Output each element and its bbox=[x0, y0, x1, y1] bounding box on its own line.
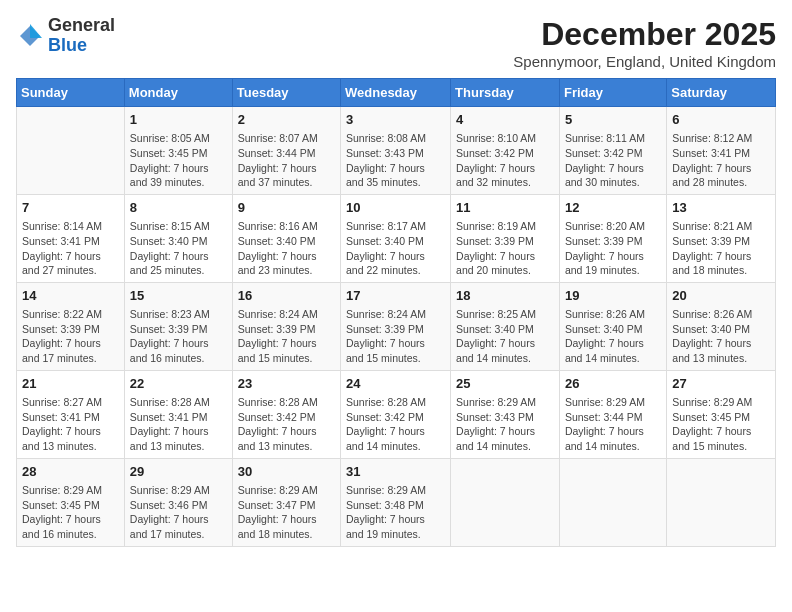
day-info: Sunrise: 8:28 AMSunset: 3:41 PMDaylight:… bbox=[130, 395, 227, 454]
location: Spennymoor, England, United Kingdom bbox=[513, 53, 776, 70]
logo-text: General Blue bbox=[48, 16, 115, 56]
day-info: Sunrise: 8:05 AMSunset: 3:45 PMDaylight:… bbox=[130, 131, 227, 190]
calendar-cell: 28Sunrise: 8:29 AMSunset: 3:45 PMDayligh… bbox=[17, 458, 125, 546]
day-number: 17 bbox=[346, 287, 445, 305]
day-number: 4 bbox=[456, 111, 554, 129]
day-info: Sunrise: 8:29 AMSunset: 3:48 PMDaylight:… bbox=[346, 483, 445, 542]
calendar-cell: 20Sunrise: 8:26 AMSunset: 3:40 PMDayligh… bbox=[667, 282, 776, 370]
day-header-sunday: Sunday bbox=[17, 79, 125, 107]
calendar-cell bbox=[559, 458, 666, 546]
calendar-body: 1Sunrise: 8:05 AMSunset: 3:45 PMDaylight… bbox=[17, 107, 776, 547]
calendar-cell: 18Sunrise: 8:25 AMSunset: 3:40 PMDayligh… bbox=[451, 282, 560, 370]
calendar-cell: 15Sunrise: 8:23 AMSunset: 3:39 PMDayligh… bbox=[124, 282, 232, 370]
day-info: Sunrise: 8:15 AMSunset: 3:40 PMDaylight:… bbox=[130, 219, 227, 278]
day-info: Sunrise: 8:29 AMSunset: 3:47 PMDaylight:… bbox=[238, 483, 335, 542]
calendar-cell: 11Sunrise: 8:19 AMSunset: 3:39 PMDayligh… bbox=[451, 194, 560, 282]
week-row-0: 1Sunrise: 8:05 AMSunset: 3:45 PMDaylight… bbox=[17, 107, 776, 195]
calendar-cell: 14Sunrise: 8:22 AMSunset: 3:39 PMDayligh… bbox=[17, 282, 125, 370]
day-info: Sunrise: 8:29 AMSunset: 3:44 PMDaylight:… bbox=[565, 395, 661, 454]
calendar-cell: 29Sunrise: 8:29 AMSunset: 3:46 PMDayligh… bbox=[124, 458, 232, 546]
day-info: Sunrise: 8:27 AMSunset: 3:41 PMDaylight:… bbox=[22, 395, 119, 454]
day-info: Sunrise: 8:22 AMSunset: 3:39 PMDaylight:… bbox=[22, 307, 119, 366]
day-number: 24 bbox=[346, 375, 445, 393]
calendar-header: SundayMondayTuesdayWednesdayThursdayFrid… bbox=[17, 79, 776, 107]
calendar-cell: 3Sunrise: 8:08 AMSunset: 3:43 PMDaylight… bbox=[341, 107, 451, 195]
day-number: 5 bbox=[565, 111, 661, 129]
day-number: 16 bbox=[238, 287, 335, 305]
calendar-cell: 12Sunrise: 8:20 AMSunset: 3:39 PMDayligh… bbox=[559, 194, 666, 282]
day-number: 10 bbox=[346, 199, 445, 217]
day-info: Sunrise: 8:28 AMSunset: 3:42 PMDaylight:… bbox=[238, 395, 335, 454]
day-number: 6 bbox=[672, 111, 770, 129]
day-info: Sunrise: 8:19 AMSunset: 3:39 PMDaylight:… bbox=[456, 219, 554, 278]
week-row-3: 21Sunrise: 8:27 AMSunset: 3:41 PMDayligh… bbox=[17, 370, 776, 458]
calendar-cell: 8Sunrise: 8:15 AMSunset: 3:40 PMDaylight… bbox=[124, 194, 232, 282]
day-info: Sunrise: 8:20 AMSunset: 3:39 PMDaylight:… bbox=[565, 219, 661, 278]
day-header-wednesday: Wednesday bbox=[341, 79, 451, 107]
day-number: 13 bbox=[672, 199, 770, 217]
calendar-cell: 16Sunrise: 8:24 AMSunset: 3:39 PMDayligh… bbox=[232, 282, 340, 370]
week-row-1: 7Sunrise: 8:14 AMSunset: 3:41 PMDaylight… bbox=[17, 194, 776, 282]
logo-general: General bbox=[48, 15, 115, 35]
day-number: 9 bbox=[238, 199, 335, 217]
week-row-4: 28Sunrise: 8:29 AMSunset: 3:45 PMDayligh… bbox=[17, 458, 776, 546]
day-info: Sunrise: 8:26 AMSunset: 3:40 PMDaylight:… bbox=[672, 307, 770, 366]
day-number: 28 bbox=[22, 463, 119, 481]
day-info: Sunrise: 8:08 AMSunset: 3:43 PMDaylight:… bbox=[346, 131, 445, 190]
logo-blue: Blue bbox=[48, 35, 87, 55]
day-header-monday: Monday bbox=[124, 79, 232, 107]
logo: General Blue bbox=[16, 16, 115, 56]
calendar-cell bbox=[667, 458, 776, 546]
day-number: 12 bbox=[565, 199, 661, 217]
calendar-cell bbox=[451, 458, 560, 546]
calendar-cell: 27Sunrise: 8:29 AMSunset: 3:45 PMDayligh… bbox=[667, 370, 776, 458]
calendar-cell: 24Sunrise: 8:28 AMSunset: 3:42 PMDayligh… bbox=[341, 370, 451, 458]
day-info: Sunrise: 8:26 AMSunset: 3:40 PMDaylight:… bbox=[565, 307, 661, 366]
calendar-cell: 5Sunrise: 8:11 AMSunset: 3:42 PMDaylight… bbox=[559, 107, 666, 195]
calendar-cell: 30Sunrise: 8:29 AMSunset: 3:47 PMDayligh… bbox=[232, 458, 340, 546]
title-area: December 2025 Spennymoor, England, Unite… bbox=[513, 16, 776, 70]
day-number: 18 bbox=[456, 287, 554, 305]
header: General Blue December 2025 Spennymoor, E… bbox=[16, 16, 776, 70]
calendar-cell: 2Sunrise: 8:07 AMSunset: 3:44 PMDaylight… bbox=[232, 107, 340, 195]
day-header-tuesday: Tuesday bbox=[232, 79, 340, 107]
day-number: 29 bbox=[130, 463, 227, 481]
calendar-cell: 19Sunrise: 8:26 AMSunset: 3:40 PMDayligh… bbox=[559, 282, 666, 370]
calendar-cell: 6Sunrise: 8:12 AMSunset: 3:41 PMDaylight… bbox=[667, 107, 776, 195]
day-number: 21 bbox=[22, 375, 119, 393]
logo-icon bbox=[16, 22, 44, 50]
day-info: Sunrise: 8:11 AMSunset: 3:42 PMDaylight:… bbox=[565, 131, 661, 190]
day-info: Sunrise: 8:23 AMSunset: 3:39 PMDaylight:… bbox=[130, 307, 227, 366]
day-number: 25 bbox=[456, 375, 554, 393]
calendar-cell: 31Sunrise: 8:29 AMSunset: 3:48 PMDayligh… bbox=[341, 458, 451, 546]
day-number: 27 bbox=[672, 375, 770, 393]
day-number: 2 bbox=[238, 111, 335, 129]
calendar-cell: 10Sunrise: 8:17 AMSunset: 3:40 PMDayligh… bbox=[341, 194, 451, 282]
day-number: 11 bbox=[456, 199, 554, 217]
day-number: 3 bbox=[346, 111, 445, 129]
day-header-row: SundayMondayTuesdayWednesdayThursdayFrid… bbox=[17, 79, 776, 107]
week-row-2: 14Sunrise: 8:22 AMSunset: 3:39 PMDayligh… bbox=[17, 282, 776, 370]
day-number: 15 bbox=[130, 287, 227, 305]
day-number: 14 bbox=[22, 287, 119, 305]
day-number: 7 bbox=[22, 199, 119, 217]
day-number: 1 bbox=[130, 111, 227, 129]
day-number: 20 bbox=[672, 287, 770, 305]
day-info: Sunrise: 8:24 AMSunset: 3:39 PMDaylight:… bbox=[238, 307, 335, 366]
svg-marker-1 bbox=[30, 24, 42, 38]
day-number: 8 bbox=[130, 199, 227, 217]
day-info: Sunrise: 8:21 AMSunset: 3:39 PMDaylight:… bbox=[672, 219, 770, 278]
calendar-cell: 1Sunrise: 8:05 AMSunset: 3:45 PMDaylight… bbox=[124, 107, 232, 195]
day-info: Sunrise: 8:17 AMSunset: 3:40 PMDaylight:… bbox=[346, 219, 445, 278]
day-info: Sunrise: 8:10 AMSunset: 3:42 PMDaylight:… bbox=[456, 131, 554, 190]
day-number: 22 bbox=[130, 375, 227, 393]
calendar-cell: 21Sunrise: 8:27 AMSunset: 3:41 PMDayligh… bbox=[17, 370, 125, 458]
day-info: Sunrise: 8:07 AMSunset: 3:44 PMDaylight:… bbox=[238, 131, 335, 190]
month-year: December 2025 bbox=[513, 16, 776, 53]
day-number: 30 bbox=[238, 463, 335, 481]
day-header-friday: Friday bbox=[559, 79, 666, 107]
day-info: Sunrise: 8:14 AMSunset: 3:41 PMDaylight:… bbox=[22, 219, 119, 278]
calendar-table: SundayMondayTuesdayWednesdayThursdayFrid… bbox=[16, 78, 776, 547]
day-info: Sunrise: 8:28 AMSunset: 3:42 PMDaylight:… bbox=[346, 395, 445, 454]
calendar-cell: 22Sunrise: 8:28 AMSunset: 3:41 PMDayligh… bbox=[124, 370, 232, 458]
